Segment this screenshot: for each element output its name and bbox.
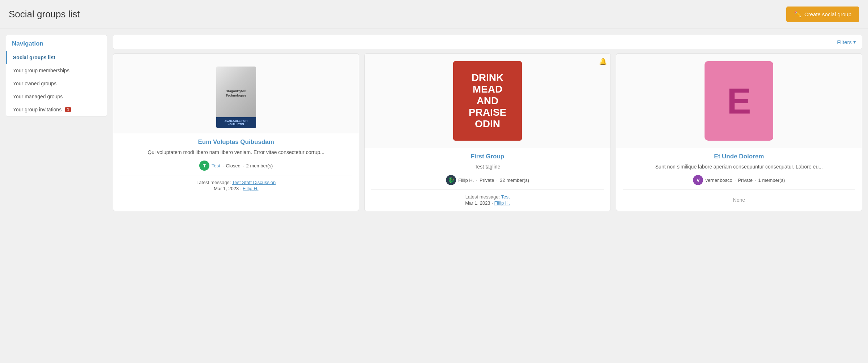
dragonbyte-image: DragonByte®Technologies AVAILABLE FORvBU… — [211, 63, 261, 124]
card-1-avatar: T — [199, 161, 209, 171]
card-1-owner-link[interactable]: Test — [212, 163, 220, 168]
card-2-latest-msg-link[interactable]: Test — [501, 194, 510, 200]
sidebar-nav-header: Navigation — [6, 35, 107, 51]
card-3-title[interactable]: Et Unde Dolorem — [623, 153, 855, 160]
create-social-group-button[interactable]: ✏️ Create social group — [786, 7, 859, 22]
card-1-latest-msg-link[interactable]: Test Staff Discussion — [232, 180, 276, 185]
card-3-body: Et Unde Dolorem Sunt non similique labor… — [616, 148, 862, 211]
sidebar-item-social-groups-list[interactable]: Social groups list — [6, 51, 107, 64]
card-3-owner: verner.bosco — [705, 178, 732, 183]
mead-image: DRINKMEADANDPRAISEODIN — [453, 61, 522, 141]
card-1-meta: T Test · Closed · 2 member(s) — [120, 161, 352, 175]
card-2-footer-author[interactable]: Fillip H. — [494, 200, 510, 206]
page-header: Social groups list ✏️ Create social grou… — [0, 0, 868, 29]
cards-grid: DragonByte®Technologies AVAILABLE FORvBU… — [113, 54, 862, 211]
card-2-status: Private — [480, 178, 494, 183]
group-card-2: 🔔 DRINKMEADANDPRAISEODIN First Group Tes… — [364, 54, 610, 211]
card-2-members: 32 member(s) — [500, 178, 529, 183]
sidebar-item-group-memberships[interactable]: Your group memberships — [6, 64, 107, 77]
sidebar-item-managed-groups[interactable]: Your managed groups — [6, 90, 107, 103]
pink-e-image: E — [705, 61, 773, 141]
content-toolbar: Filters ▾ — [113, 35, 862, 49]
sidebar-item-owned-groups[interactable]: Your owned groups — [6, 77, 107, 90]
sidebar: Navigation Social groups list Your group… — [6, 35, 107, 116]
card-1-footer: Latest message: Test Staff Discussion Ma… — [120, 180, 352, 191]
card-1-members: 2 member(s) — [246, 163, 273, 168]
card-3-avatar: V — [693, 175, 703, 185]
card-1-footer-author[interactable]: Fillip H. — [243, 186, 258, 191]
card-1-image-area: DragonByte®Technologies AVAILABLE FORvBU… — [113, 54, 359, 133]
card-3-image-area: E — [616, 54, 862, 148]
card-2-meta: 🐉 Fillip H. · Private · 32 member(s) — [371, 175, 604, 190]
content-area: Filters ▾ DragonByte®Technologies AVAILA… — [113, 35, 862, 211]
main-layout: Navigation Social groups list Your group… — [0, 29, 868, 217]
card-2-owner: Fillip H. — [458, 178, 474, 183]
card-1-footer-date: Mar 1, 2023 · Fillip H. — [120, 186, 352, 191]
page-title: Social groups list — [9, 9, 80, 20]
card-2-footer-date: Mar 1, 2023 · Fillip H. — [371, 200, 604, 206]
card-2-avatar: 🐉 — [446, 175, 456, 185]
card-2-image-area: 🔔 DRINKMEADANDPRAISEODIN — [365, 54, 610, 148]
group-card-1: DragonByte®Technologies AVAILABLE FORvBU… — [113, 54, 359, 211]
card-3-desc: Sunt non similique labore aperiam conseq… — [623, 163, 855, 171]
mead-text: DRINKMEADANDPRAISEODIN — [469, 72, 506, 130]
card-2-footer: Latest message: Test Mar 1, 2023 · Filli… — [371, 194, 604, 206]
card-2-desc: Test tagline — [371, 163, 604, 171]
card-2-body: First Group Test tagline 🐉 Fillip H. · P… — [365, 148, 610, 211]
card-1-title[interactable]: Eum Voluptas Quibusdam — [120, 138, 352, 146]
edit-icon: ✏️ — [794, 11, 801, 18]
card-3-meta: V verner.bosco · Private · 1 member(s) — [623, 175, 855, 190]
card-2-title[interactable]: First Group — [371, 153, 604, 160]
card-3-footer-none: None — [623, 194, 855, 206]
bell-icon[interactable]: 🔔 — [599, 57, 607, 65]
card-1-body: Eum Voluptas Quibusdam Qui voluptatem mo… — [113, 133, 359, 211]
card-3-members: 1 member(s) — [758, 178, 785, 183]
pink-e-letter: E — [727, 83, 751, 119]
sidebar-item-group-invitations[interactable]: Your group invitations 1 — [6, 103, 107, 116]
invitations-badge: 1 — [65, 107, 71, 112]
card-1-status: Closed — [226, 163, 241, 168]
card-1-desc: Qui voluptatem modi libero nam libero ve… — [120, 149, 352, 156]
chevron-down-icon: ▾ — [853, 39, 856, 45]
card-3-status: Private — [738, 178, 752, 183]
group-card-3: E Et Unde Dolorem Sunt non similique lab… — [616, 54, 862, 211]
filters-button[interactable]: Filters ▾ — [837, 39, 856, 45]
